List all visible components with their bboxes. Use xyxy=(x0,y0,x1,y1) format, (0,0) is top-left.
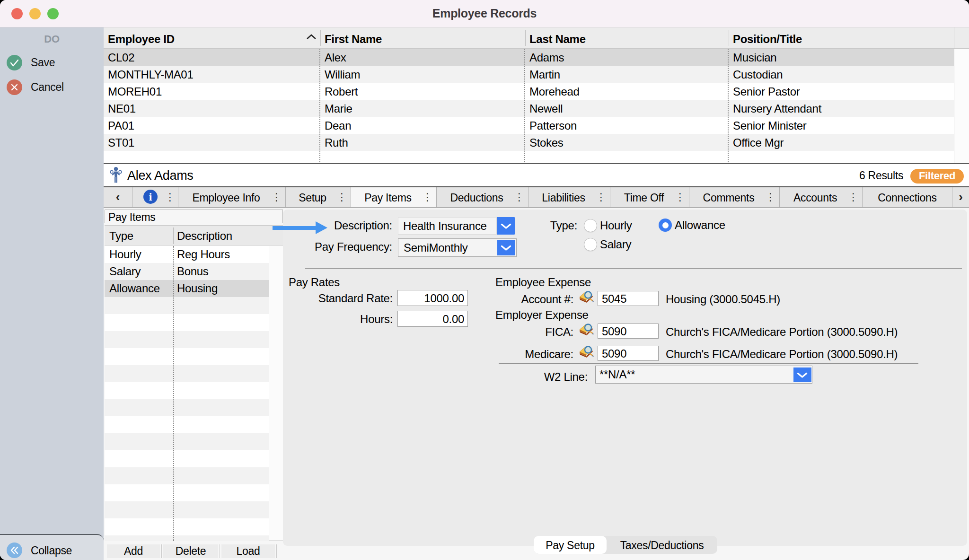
svg-text:i: i xyxy=(149,191,152,203)
